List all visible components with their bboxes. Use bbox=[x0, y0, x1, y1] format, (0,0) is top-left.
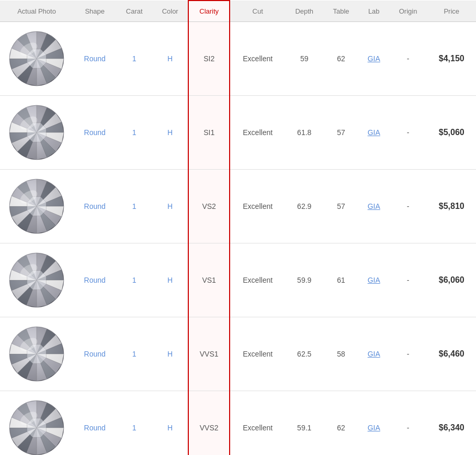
origin-cell: - bbox=[389, 96, 427, 170]
shape-cell: Round bbox=[73, 96, 116, 170]
cut-cell: Excellent bbox=[230, 317, 285, 391]
diamond-image bbox=[8, 325, 65, 383]
diamond-table: Actual Photo Shape Carat Color Clarity C… bbox=[0, 0, 476, 455]
origin-cell: - bbox=[389, 243, 427, 317]
table-row: Round 1 H VS1 Excellent 59.9 61 GIA - $6… bbox=[0, 243, 476, 317]
lab-cell[interactable]: GIA bbox=[359, 96, 389, 170]
depth-cell: 62.9 bbox=[285, 170, 323, 243]
table-val-cell: 62 bbox=[323, 391, 359, 456]
col-header-lab: Lab bbox=[359, 1, 389, 22]
table-row: Round 1 H VVS2 Excellent 59.1 62 GIA - $… bbox=[0, 391, 476, 456]
table-val-cell: 58 bbox=[323, 317, 359, 391]
depth-cell: 59.9 bbox=[285, 243, 323, 317]
depth-cell: 61.8 bbox=[285, 96, 323, 170]
color-cell: H bbox=[152, 170, 188, 243]
diamond-image bbox=[8, 104, 65, 161]
col-header-actual-photo: Actual Photo bbox=[0, 1, 73, 22]
col-header-origin: Origin bbox=[389, 1, 427, 22]
table-val-cell: 57 bbox=[323, 170, 359, 243]
carat-cell: 1 bbox=[116, 170, 152, 243]
color-cell: H bbox=[152, 317, 188, 391]
lab-cell[interactable]: GIA bbox=[359, 317, 389, 391]
table-row: Round 1 H SI1 Excellent 61.8 57 GIA - $5… bbox=[0, 96, 476, 170]
origin-cell: - bbox=[389, 391, 427, 456]
col-header-price: Price bbox=[427, 1, 477, 22]
col-header-carat: Carat bbox=[116, 1, 152, 22]
price-cell: $5,060 bbox=[427, 96, 477, 170]
lab-cell[interactable]: GIA bbox=[359, 391, 389, 456]
clarity-cell: VS2 bbox=[188, 170, 230, 243]
carat-cell: 1 bbox=[116, 317, 152, 391]
origin-cell: - bbox=[389, 170, 427, 243]
origin-cell: - bbox=[389, 317, 427, 391]
diamond-photo-cell bbox=[0, 22, 73, 96]
table-val-cell: 62 bbox=[323, 22, 359, 96]
clarity-cell: VVS2 bbox=[188, 391, 230, 456]
price-cell: $6,060 bbox=[427, 243, 477, 317]
diamond-image bbox=[8, 399, 65, 455]
clarity-cell: SI1 bbox=[188, 96, 230, 170]
depth-cell: 59.1 bbox=[285, 391, 323, 456]
clarity-cell: VS1 bbox=[188, 243, 230, 317]
shape-cell: Round bbox=[73, 317, 116, 391]
shape-cell: Round bbox=[73, 170, 116, 243]
col-header-shape: Shape bbox=[73, 1, 116, 22]
price-cell: $6,460 bbox=[427, 317, 477, 391]
lab-cell[interactable]: GIA bbox=[359, 170, 389, 243]
clarity-cell: VVS1 bbox=[188, 317, 230, 391]
clarity-cell: SI2 bbox=[188, 22, 230, 96]
color-cell: H bbox=[152, 243, 188, 317]
table-header-row: Actual Photo Shape Carat Color Clarity C… bbox=[0, 1, 476, 22]
cut-cell: Excellent bbox=[230, 391, 285, 456]
diamond-photo-cell bbox=[0, 170, 73, 243]
diamond-photo-cell bbox=[0, 391, 73, 456]
diamond-photo-cell bbox=[0, 96, 73, 170]
col-header-depth: Depth bbox=[285, 1, 323, 22]
table-row: Round 1 H VS2 Excellent 62.9 57 GIA - $5… bbox=[0, 170, 476, 243]
price-cell: $5,810 bbox=[427, 170, 477, 243]
table-val-cell: 57 bbox=[323, 96, 359, 170]
price-cell: $4,150 bbox=[427, 22, 477, 96]
table-row: Round 1 H SI2 Excellent 59 62 GIA - $4,1… bbox=[0, 22, 476, 96]
carat-cell: 1 bbox=[116, 391, 152, 456]
col-header-clarity[interactable]: Clarity bbox=[188, 1, 230, 22]
shape-cell: Round bbox=[73, 243, 116, 317]
cut-cell: Excellent bbox=[230, 96, 285, 170]
table-row: Round 1 H VVS1 Excellent 62.5 58 GIA - $… bbox=[0, 317, 476, 391]
color-cell: H bbox=[152, 391, 188, 456]
shape-cell: Round bbox=[73, 22, 116, 96]
lab-cell[interactable]: GIA bbox=[359, 243, 389, 317]
diamond-image bbox=[8, 251, 65, 309]
lab-cell[interactable]: GIA bbox=[359, 22, 389, 96]
diamond-table-container: Actual Photo Shape Carat Color Clarity C… bbox=[0, 0, 476, 455]
diamond-photo-cell bbox=[0, 243, 73, 317]
cut-cell: Excellent bbox=[230, 22, 285, 96]
origin-cell: - bbox=[389, 22, 427, 96]
price-cell: $6,340 bbox=[427, 391, 477, 456]
depth-cell: 59 bbox=[285, 22, 323, 96]
color-cell: H bbox=[152, 96, 188, 170]
carat-cell: 1 bbox=[116, 96, 152, 170]
col-header-table: Table bbox=[323, 1, 359, 22]
col-header-color: Color bbox=[152, 1, 188, 22]
cut-cell: Excellent bbox=[230, 170, 285, 243]
carat-cell: 1 bbox=[116, 22, 152, 96]
diamond-photo-cell bbox=[0, 317, 73, 391]
depth-cell: 62.5 bbox=[285, 317, 323, 391]
table-val-cell: 61 bbox=[323, 243, 359, 317]
cut-cell: Excellent bbox=[230, 243, 285, 317]
shape-cell: Round bbox=[73, 391, 116, 456]
carat-cell: 1 bbox=[116, 243, 152, 317]
diamond-image bbox=[8, 177, 65, 235]
diamond-image bbox=[8, 30, 65, 87]
color-cell: H bbox=[152, 22, 188, 96]
col-header-cut: Cut bbox=[230, 1, 285, 22]
